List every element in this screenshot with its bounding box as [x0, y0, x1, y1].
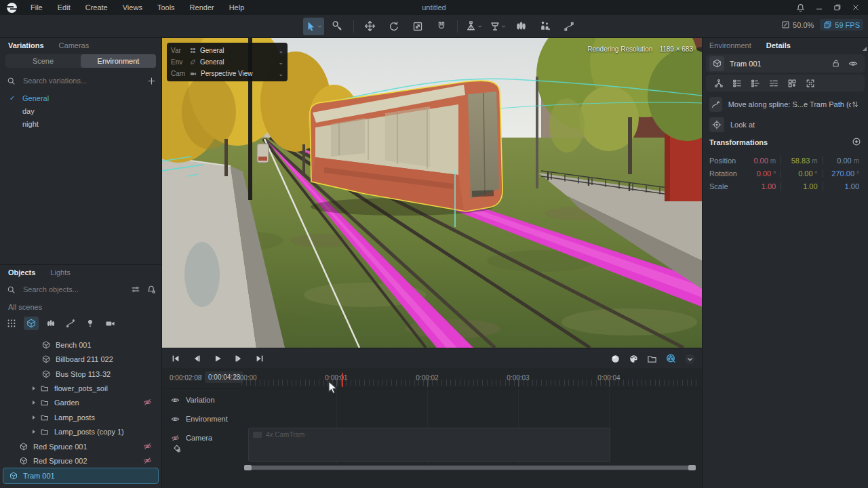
film-reel-icon[interactable]	[665, 353, 676, 364]
search-objects-input[interactable]	[22, 285, 125, 294]
search-variations-input[interactable]	[22, 76, 141, 85]
skip-start-icon[interactable]	[170, 352, 182, 365]
render-sphere-icon[interactable]	[610, 354, 620, 364]
track-environment[interactable]: Environment	[161, 413, 228, 425]
tab-details[interactable]: Details	[766, 41, 791, 49]
variation-item-day[interactable]: day	[0, 104, 161, 117]
tree-item-red-spruce-1[interactable]: Red Spruce 001	[0, 439, 161, 453]
step-forward-icon[interactable]	[233, 352, 245, 365]
menu-tools[interactable]: Tools	[150, 0, 182, 15]
menu-views[interactable]: Views	[115, 0, 150, 15]
caret-right-icon[interactable]	[31, 400, 37, 405]
sort-arrows-icon[interactable]	[851, 100, 859, 108]
tree-item-bench[interactable]: Bench 001	[0, 338, 161, 352]
tree-item-lamp-posts-copy[interactable]: Lamp_posts (copy 1)	[0, 424, 161, 439]
position-x-field[interactable]: 0.00m	[740, 157, 781, 165]
hidden-eye-slash-icon[interactable]	[171, 434, 180, 443]
visibility-eye-icon[interactable]	[171, 415, 180, 424]
variation-item-night[interactable]: night	[0, 117, 161, 130]
camera-track-clip[interactable]: 4x CamTram	[248, 428, 610, 462]
expand-icon[interactable]	[806, 79, 815, 88]
menu-file[interactable]: File	[23, 0, 50, 15]
fps-indicator[interactable]: 59 FPS	[820, 19, 863, 30]
hidden-eye-slash-icon[interactable]	[143, 398, 152, 407]
minimize-icon[interactable]	[815, 3, 823, 12]
tree-item-tram-selected[interactable]: Tram 001	[3, 468, 159, 484]
variation-item-general[interactable]: ✓ General	[0, 92, 161, 104]
alert-filter-icon[interactable]	[146, 285, 156, 294]
tab-environment[interactable]: Environment	[709, 41, 751, 49]
camera-settings-icon[interactable]	[172, 444, 182, 453]
hidden-eye-slash-icon[interactable]	[143, 456, 152, 465]
camera-dropdown[interactable]: Cam Perspective View ⌄	[171, 68, 283, 79]
filter-icon[interactable]	[131, 285, 140, 294]
timeline-ruler[interactable]: 0:00:02:08 / 0:00:04:23 0:00:00 0:00:01 …	[161, 368, 703, 389]
select-tool[interactable]	[303, 18, 324, 35]
tab-lights[interactable]: Lights	[50, 268, 70, 277]
viewport-zoom-indicator[interactable]: 50.0%	[778, 19, 817, 30]
menu-render[interactable]: Render	[182, 0, 222, 15]
tree-item-garden[interactable]: Garden	[0, 395, 161, 409]
keyframe-list-3-icon[interactable]	[769, 79, 778, 88]
components-grid-icon[interactable]	[787, 79, 797, 88]
behavior-look-at[interactable]: Look at	[706, 116, 865, 134]
scale-y-field[interactable]: 1.00	[781, 182, 823, 190]
visibility-eye-icon[interactable]	[171, 396, 180, 405]
tree-item-red-spruce-2[interactable]: Red Spruce 002	[0, 453, 161, 468]
close-icon[interactable]	[852, 3, 860, 12]
track-variation[interactable]: Variation	[161, 394, 215, 406]
viewport-scene-render[interactable]	[161, 37, 703, 348]
position-z-field[interactable]: 0.00m	[823, 157, 864, 165]
move-tool[interactable]	[359, 18, 380, 35]
paint-placement-tool[interactable]	[327, 18, 348, 35]
scrollbar-handle-right[interactable]	[688, 465, 696, 470]
materials-palette-icon[interactable]	[629, 354, 639, 364]
menu-edit[interactable]: Edit	[50, 0, 78, 15]
tree-item-billboard[interactable]: Billboard 211 022	[0, 352, 161, 366]
hidden-eye-slash-icon[interactable]	[143, 442, 152, 451]
play-icon[interactable]	[212, 352, 224, 365]
viewport-3d[interactable]: Var General ⌄ Env General ⌄ Cam Perspect…	[161, 37, 703, 348]
tree-item-flower-pots[interactable]: flower_pots_soil	[0, 381, 161, 395]
scale-tool[interactable]	[407, 18, 428, 35]
camera-rig-tool[interactable]	[463, 18, 484, 35]
position-y-field[interactable]: 58.83m	[781, 157, 823, 165]
menu-create[interactable]: Create	[78, 0, 115, 15]
rotation-z-field[interactable]: 270.00°	[823, 169, 864, 178]
playhead[interactable]	[342, 373, 343, 387]
vegetation-tool[interactable]	[511, 18, 532, 35]
folder-icon[interactable]	[647, 354, 657, 364]
scale-z-field[interactable]: 1.00	[823, 182, 864, 190]
timeline-scrollbar[interactable]	[244, 465, 696, 470]
restore-icon[interactable]	[833, 3, 842, 12]
snap-magnet-tool[interactable]	[431, 18, 452, 35]
light-filter-icon[interactable]	[83, 317, 98, 330]
mesh-filter-icon[interactable]	[24, 317, 39, 330]
unlock-icon[interactable]	[831, 59, 840, 68]
spline-filter-icon[interactable]	[63, 317, 78, 330]
tree-item-lamp-posts[interactable]: Lamp_posts	[0, 410, 161, 424]
segment-scene[interactable]: Scene	[5, 54, 81, 68]
scrollbar-thumb[interactable]	[245, 466, 694, 470]
notifications-bell-icon[interactable]	[796, 3, 805, 12]
pedestrian-tool[interactable]	[534, 18, 555, 35]
skip-end-icon[interactable]	[254, 352, 266, 365]
step-back-icon[interactable]	[191, 352, 203, 365]
add-variation-button[interactable]	[147, 77, 156, 85]
visibility-eye-icon[interactable]	[848, 59, 858, 68]
spline-tool[interactable]	[558, 18, 579, 35]
grid-all-filter-icon[interactable]	[4, 317, 19, 330]
keyframe-list-2-icon[interactable]	[751, 79, 760, 88]
more-chevron-icon[interactable]	[684, 353, 696, 365]
tree-item-bus-stop[interactable]: Bus Stop 113-32	[0, 367, 161, 381]
menu-help[interactable]: Help	[222, 0, 252, 15]
keyframe-list-icon[interactable]	[732, 79, 742, 88]
rotate-tool[interactable]	[383, 18, 404, 35]
variation-dropdown[interactable]: Var General ⌄	[171, 45, 283, 56]
reset-transform-icon[interactable]	[852, 137, 861, 146]
scrollbar-handle-left[interactable]	[244, 465, 252, 470]
tab-variations[interactable]: Variations	[8, 41, 44, 49]
caret-right-icon[interactable]	[31, 386, 37, 391]
segment-environment[interactable]: Environment	[81, 54, 156, 68]
behavior-move-along-spline[interactable]: Move along spline: S...e Tram Path (copy…	[706, 96, 865, 113]
